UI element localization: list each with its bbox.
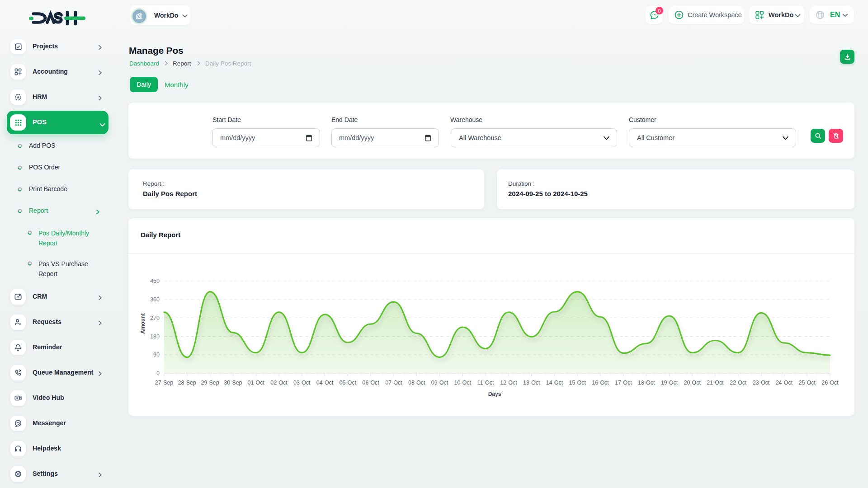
- svg-text:360: 360: [150, 296, 160, 303]
- svg-text:29-Sep: 29-Sep: [201, 380, 219, 386]
- svg-text:16-Oct: 16-Oct: [592, 380, 609, 386]
- svg-text:15-Oct: 15-Oct: [569, 380, 586, 386]
- svg-text:18-Oct: 18-Oct: [638, 380, 655, 386]
- svg-text:23-Oct: 23-Oct: [753, 380, 770, 386]
- svg-text:09-Oct: 09-Oct: [431, 380, 448, 386]
- svg-text:180: 180: [150, 333, 160, 340]
- svg-text:28-Sep: 28-Sep: [178, 380, 196, 386]
- svg-text:25-Oct: 25-Oct: [798, 380, 816, 386]
- svg-text:06-Oct: 06-Oct: [362, 380, 379, 386]
- svg-text:12-Oct: 12-Oct: [500, 380, 517, 386]
- svg-text:01-Oct: 01-Oct: [247, 380, 264, 386]
- svg-text:22-Oct: 22-Oct: [730, 380, 747, 386]
- svg-text:Days: Days: [488, 391, 501, 397]
- svg-text:14-Oct: 14-Oct: [546, 380, 563, 386]
- svg-text:20-Oct: 20-Oct: [684, 380, 701, 386]
- svg-text:19-Oct: 19-Oct: [661, 380, 678, 386]
- svg-text:90: 90: [153, 352, 160, 358]
- svg-text:24-Oct: 24-Oct: [776, 380, 793, 386]
- svg-text:05-Oct: 05-Oct: [340, 380, 357, 386]
- svg-text:0: 0: [156, 370, 160, 376]
- svg-text:17-Oct: 17-Oct: [615, 380, 632, 386]
- svg-text:450: 450: [150, 278, 160, 284]
- svg-text:04-Oct: 04-Oct: [316, 380, 334, 386]
- svg-text:270: 270: [150, 315, 160, 321]
- svg-text:11-Oct: 11-Oct: [477, 380, 494, 386]
- svg-text:08-Oct: 08-Oct: [408, 380, 425, 386]
- svg-text:10-Oct: 10-Oct: [454, 380, 472, 386]
- svg-text:02-Oct: 02-Oct: [270, 380, 288, 386]
- svg-text:27-Sep: 27-Sep: [155, 380, 173, 386]
- svg-text:26-Oct: 26-Oct: [821, 380, 839, 386]
- svg-text:Amount: Amount: [140, 313, 146, 333]
- svg-text:21-Oct: 21-Oct: [707, 380, 724, 386]
- svg-text:07-Oct: 07-Oct: [385, 380, 402, 386]
- svg-text:30-Sep: 30-Sep: [224, 380, 242, 386]
- svg-text:13-Oct: 13-Oct: [523, 380, 540, 386]
- svg-text:03-Oct: 03-Oct: [293, 380, 311, 386]
